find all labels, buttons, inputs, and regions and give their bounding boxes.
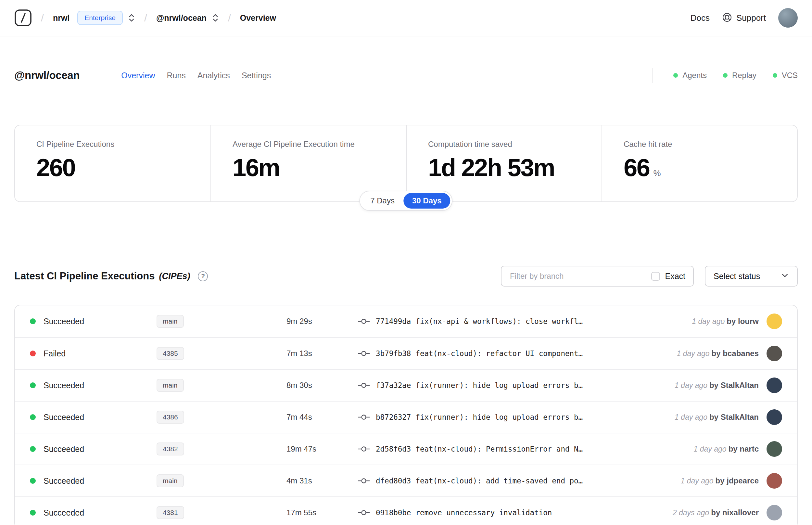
commit-link[interactable]: b8726327fix(runner): hide log upload err… (376, 413, 583, 421)
commit-link[interactable]: 0918b0beremove unnecessary invalidation (376, 508, 552, 517)
commit-message: feat(nx-cloud): PermissionError and N… (415, 445, 583, 453)
tab-runs[interactable]: Runs (167, 71, 185, 80)
org-switcher-chevrons-icon[interactable] (128, 13, 135, 23)
support-link[interactable]: Support (722, 12, 766, 24)
status-dot (30, 446, 36, 452)
commit-link[interactable]: 2d58f6d3feat(nx-cloud): PermissionError … (376, 445, 583, 453)
status-vcs[interactable]: VCS (773, 71, 798, 80)
stat-value: 260 (36, 153, 211, 182)
cipe-row[interactable]: Succeeded 4381 17m 55s 0918b0beremove un… (15, 496, 797, 525)
workspace-switcher-chevrons-icon[interactable] (212, 13, 219, 23)
breadcrumb-separator: / (144, 12, 147, 24)
branch-badge[interactable]: main (156, 315, 184, 328)
commit-link[interactable]: dfed80d3feat(nx-cloud): add time-saved e… (376, 477, 583, 485)
cipes-filters: Exact Select status (501, 266, 798, 287)
cipe-row[interactable]: Succeeded main 9m 29s 771499dafix(nx-api… (15, 305, 797, 337)
exact-label: Exact (665, 272, 685, 281)
commit-hash: 3b79fb38 (376, 349, 411, 358)
duration: 9m 29s (287, 317, 358, 326)
branch-badge[interactable]: 4381 (156, 506, 184, 519)
duration: 7m 13s (287, 349, 358, 358)
commit-message: feat(nx-cloud): refactor UI component… (415, 349, 583, 358)
help-icon[interactable]: ? (198, 271, 208, 281)
range-7-days-button[interactable]: 7 Days (362, 193, 403, 209)
relative-time: 1 day ago (681, 477, 714, 485)
status-label: Succeeded (44, 317, 84, 326)
range-30-days-button[interactable]: 30 Days (403, 193, 450, 209)
branch-badge[interactable]: 4386 (156, 411, 184, 424)
meta-text: 1 day agoby bcabanes (677, 349, 759, 358)
commit-icon (358, 414, 370, 421)
commit-link[interactable]: 771499dafix(nx-api & workflows): close w… (376, 317, 583, 326)
relative-time: 1 day ago (692, 317, 725, 326)
breadcrumb-separator: / (41, 12, 44, 24)
status-replay[interactable]: Replay (723, 71, 756, 80)
branch-filter-input[interactable] (502, 266, 643, 286)
docs-link[interactable]: Docs (691, 13, 710, 23)
status-agents[interactable]: Agents (673, 71, 707, 80)
commit-link[interactable]: f37a32aefix(runner): hide log upload err… (376, 381, 583, 390)
status-select-label: Select status (714, 272, 760, 281)
commit-icon (358, 446, 370, 452)
user-avatar[interactable] (778, 8, 798, 28)
commit-icon (358, 509, 370, 516)
navbar-actions: Docs Support (691, 8, 798, 28)
status-dot (30, 414, 36, 420)
stat-label: Computation time saved (428, 140, 601, 149)
author: by lourw (726, 317, 759, 326)
duration: 4m 31s (287, 476, 358, 485)
commit-hash: 0918b0be (376, 508, 411, 517)
tab-analytics[interactable]: Analytics (198, 71, 230, 80)
green-dot-icon (773, 73, 777, 78)
stat-label: Cache hit rate (624, 140, 797, 149)
meta-text: 1 day agoby StalkAltan (675, 412, 759, 422)
tab-overview[interactable]: Overview (121, 71, 155, 80)
duration: 8m 30s (287, 381, 358, 390)
branch-badge[interactable]: 4385 (156, 347, 184, 360)
stats-panel: CI Pipeline Executions 260 Average CI Pi… (14, 125, 798, 202)
cipe-row[interactable]: Failed 4385 7m 13s 3b79fb38feat(nx-cloud… (15, 337, 797, 369)
integration-statuses: Agents Replay VCS (652, 68, 798, 83)
breadcrumb-org[interactable]: nrwl (53, 13, 70, 23)
branch-badge[interactable]: main (156, 474, 184, 487)
breadcrumb-workspace[interactable]: @nrwl/ocean (156, 13, 206, 23)
exact-checkbox[interactable] (651, 272, 660, 281)
commit-hash: dfed80d3 (376, 477, 411, 485)
author: by StalkAltan (709, 412, 759, 421)
tab-settings[interactable]: Settings (242, 71, 271, 80)
author: by nartc (729, 445, 759, 453)
status-label: Succeeded (44, 412, 84, 422)
commit-link[interactable]: 3b79fb38feat(nx-cloud): refactor UI comp… (376, 349, 583, 358)
stat-value: 66 % (624, 153, 797, 182)
author: by StalkAltan (709, 381, 759, 390)
stat-card-ci-executions: CI Pipeline Executions 260 (15, 125, 211, 201)
avatar (767, 377, 782, 393)
author: by nixallover (711, 508, 759, 517)
status-label: Succeeded (44, 508, 84, 518)
exact-match-control: Exact (643, 266, 693, 286)
cipe-row[interactable]: Succeeded 4382 19m 47s 2d58f6d3feat(nx-c… (15, 433, 797, 465)
cipe-row[interactable]: Succeeded 4386 7m 44s b8726327fix(runner… (15, 401, 797, 433)
branch-badge[interactable]: main (156, 379, 184, 392)
branch-badge[interactable]: 4382 (156, 442, 184, 455)
percent-suffix: % (654, 168, 661, 178)
avatar (767, 473, 782, 489)
branch-filter-group: Exact (501, 266, 694, 287)
workspace-title: @nrwl/ocean (14, 69, 80, 81)
author: by jdpearce (716, 476, 759, 485)
section-title-suffix: (CIPEs) (159, 271, 190, 281)
cipe-row[interactable]: Succeeded main 8m 30s f37a32aefix(runner… (15, 369, 797, 401)
status-select[interactable]: Select status (705, 266, 798, 287)
commit-icon (358, 382, 370, 389)
status-dot (30, 478, 36, 484)
enterprise-badge[interactable]: Enterprise (77, 11, 123, 25)
relative-time: 2 days ago (673, 508, 709, 517)
commit-message: remove unnecessary invalidation (415, 508, 552, 517)
stat-card-time-saved: Computation time saved 1d 22h 53m (406, 125, 601, 201)
green-dot-icon (723, 73, 727, 78)
nx-cloud-logo[interactable] (14, 9, 32, 27)
meta-text: 1 day agoby StalkAltan (675, 381, 759, 390)
relative-time: 1 day ago (675, 381, 707, 390)
cipe-row[interactable]: Succeeded main 4m 31s dfed80d3feat(nx-cl… (15, 465, 797, 496)
duration: 19m 47s (287, 445, 358, 453)
